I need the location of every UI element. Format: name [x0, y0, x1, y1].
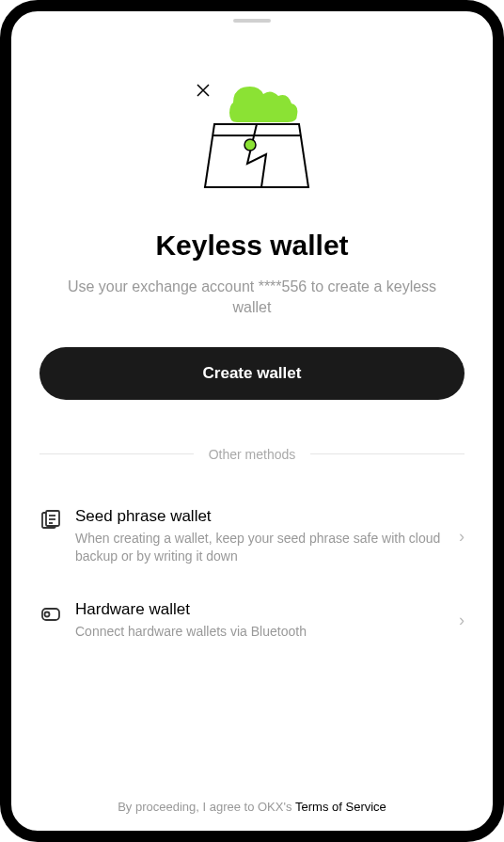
wallet-illustration: [39, 79, 465, 201]
footer-agreement: By proceeding, I agree to OKX's Terms of…: [39, 771, 465, 814]
footer-prefix: By proceeding, I agree to OKX's: [118, 800, 295, 814]
svg-point-8: [45, 612, 50, 616]
divider-label: Other methods: [194, 447, 311, 462]
terms-of-service-link[interactable]: Terms of Service: [295, 800, 386, 814]
svg-point-0: [202, 89, 204, 91]
chevron-right-icon: ›: [459, 611, 465, 630]
method-hardware-desc: Connect hardware wallets via Bluetooth: [75, 623, 449, 642]
phone-frame: Keyless wallet Use your exchange account…: [0, 0, 504, 842]
page-title: Keyless wallet: [39, 230, 465, 262]
hardware-wallet-icon: [39, 602, 62, 625]
chevron-right-icon: ›: [459, 527, 465, 547]
method-hardware-content: Hardware wallet Connect hardware wallets…: [75, 600, 449, 642]
divider-line-right: [310, 453, 465, 454]
method-seed-content: Seed phrase wallet When creating a walle…: [75, 507, 449, 566]
divider: Other methods: [39, 447, 465, 462]
seed-phrase-icon: [39, 509, 62, 532]
method-seed-desc: When creating a wallet, keep your seed p…: [75, 530, 449, 566]
main-content: Keyless wallet Use your exchange account…: [11, 23, 493, 842]
method-hardware[interactable]: Hardware wallet Connect hardware wallets…: [39, 583, 465, 659]
page-subtitle: Use your exchange account ****556 to cre…: [39, 277, 465, 319]
method-hardware-title: Hardware wallet: [75, 600, 449, 619]
divider-line-left: [39, 453, 194, 454]
method-seed-title: Seed phrase wallet: [75, 507, 449, 526]
create-wallet-button[interactable]: Create wallet: [39, 347, 465, 400]
method-seed-phrase[interactable]: Seed phrase wallet When creating a walle…: [39, 490, 465, 583]
wallet-cloud-icon: [177, 79, 327, 201]
svg-point-1: [244, 139, 256, 151]
